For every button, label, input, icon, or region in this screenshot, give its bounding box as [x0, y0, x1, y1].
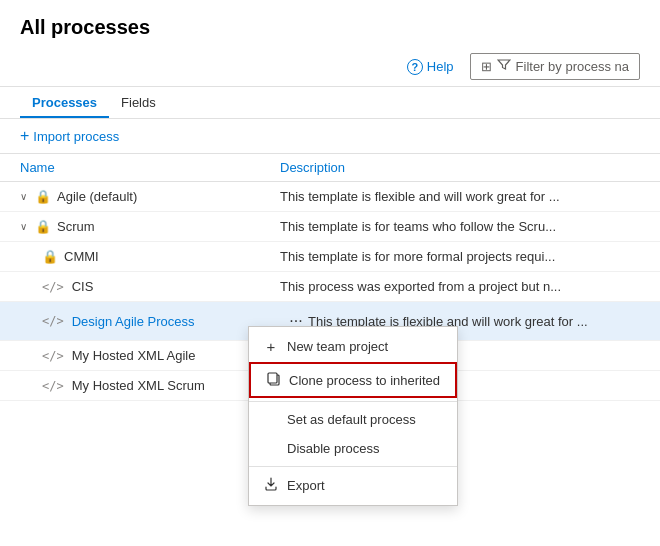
help-circle-icon: ? — [407, 59, 423, 75]
process-name[interactable]: CIS — [72, 279, 94, 294]
clone-icon — [265, 371, 281, 389]
filter-icon: ⊞ — [481, 59, 492, 74]
top-bar: ? Help ⊞ Filter by process na — [0, 47, 660, 87]
col-desc-header: Description — [280, 160, 640, 175]
row-desc-cell: This template is for teams who follow th… — [280, 219, 640, 234]
lock-icon: 🔒 — [42, 249, 58, 264]
ctx-item-label: Clone process to inherited — [289, 373, 440, 388]
code-icon: </> — [42, 379, 64, 393]
row-name-cell: ∨ 🔒 Agile (default) — [20, 189, 280, 204]
ctx-clone-process[interactable]: Clone process to inherited — [249, 362, 457, 398]
import-label: Import process — [33, 129, 119, 144]
row-name-cell: 🔒 CMMI — [20, 249, 280, 264]
import-process-button[interactable]: + Import process — [20, 127, 119, 145]
tab-fields[interactable]: Fields — [109, 87, 168, 118]
export-icon — [263, 477, 279, 494]
row-desc-cell: This process was exported from a project… — [280, 279, 640, 294]
process-name[interactable]: My Hosted XML Scrum — [72, 378, 205, 393]
ctx-item-label: New team project — [287, 339, 388, 354]
process-name-link[interactable]: Design Agile Process — [72, 314, 195, 329]
process-name[interactable]: CMMI — [64, 249, 99, 264]
table-row: ∨ 🔒 Agile (default) This template is fle… — [0, 182, 660, 212]
help-link[interactable]: ? Help — [407, 59, 454, 75]
filter-icon-funnel — [497, 58, 511, 75]
ctx-item-label: Disable process — [287, 441, 380, 456]
table-row: </> CIS This process was exported from a… — [0, 272, 660, 302]
row-name-cell: </> My Hosted XML Scrum — [20, 378, 280, 393]
page-title: All processes — [20, 16, 640, 39]
lock-icon: 🔒 — [35, 219, 51, 234]
code-icon: </> — [42, 280, 64, 294]
plus-icon: + — [20, 127, 29, 145]
ctx-disable-process[interactable]: Disable process — [249, 434, 457, 463]
help-label: Help — [427, 59, 454, 74]
col-name-header: Name — [20, 160, 280, 175]
row-desc-cell: This template is for more formal project… — [280, 249, 640, 264]
context-menu: + New team project Clone process to inhe… — [248, 326, 458, 506]
filter-box[interactable]: ⊞ Filter by process na — [470, 53, 640, 80]
row-name-cell: </> My Hosted XML Agile — [20, 348, 280, 363]
code-icon: </> — [42, 349, 64, 363]
tabs-bar: Processes Fields — [0, 87, 660, 119]
table-row-design-agile: </> Design Agile Process ··· This templa… — [0, 302, 660, 341]
ctx-new-team-project[interactable]: + New team project — [249, 331, 457, 362]
ctx-set-default[interactable]: Set as default process — [249, 405, 457, 434]
row-name-cell: </> CIS — [20, 279, 280, 294]
table-row: 🔒 CMMI This template is for more formal … — [0, 242, 660, 272]
ctx-item-label: Export — [287, 478, 325, 493]
ctx-item-label: Set as default process — [287, 412, 416, 427]
svg-rect-1 — [268, 373, 277, 383]
row-name-cell: </> Design Agile Process — [20, 314, 280, 329]
table-row: ∨ 🔒 Scrum This template is for teams who… — [0, 212, 660, 242]
menu-divider — [249, 401, 457, 402]
menu-divider — [249, 466, 457, 467]
ctx-export[interactable]: Export — [249, 470, 457, 501]
code-icon: </> — [42, 314, 64, 328]
lock-icon: 🔒 — [35, 189, 51, 204]
chevron-down-icon: ∨ — [20, 221, 27, 232]
plus-icon: + — [263, 338, 279, 355]
processes-table: Name Description ∨ 🔒 Agile (default) Thi… — [0, 154, 660, 401]
process-name[interactable]: Scrum — [57, 219, 95, 234]
row-name-cell: ∨ 🔒 Scrum — [20, 219, 280, 234]
toolbar: + Import process — [0, 119, 660, 154]
tab-processes[interactable]: Processes — [20, 87, 109, 118]
chevron-down-icon: ∨ — [20, 191, 27, 202]
page-header: All processes — [0, 0, 660, 39]
table-header: Name Description — [0, 154, 660, 182]
process-name[interactable]: Agile (default) — [57, 189, 137, 204]
process-name[interactable]: My Hosted XML Agile — [72, 348, 196, 363]
filter-placeholder: Filter by process na — [516, 59, 629, 74]
row-desc-cell: This template is flexible and will work … — [280, 189, 640, 204]
